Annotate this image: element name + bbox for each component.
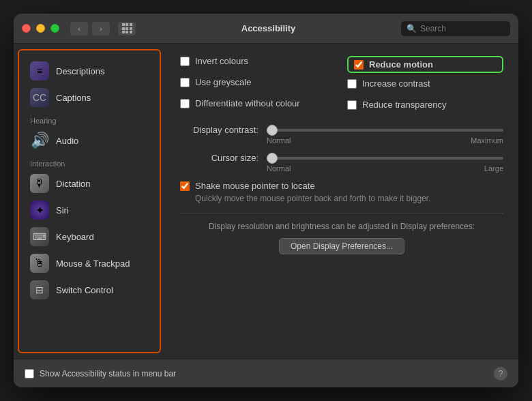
invert-colours-label[interactable]: Invert colours: [195, 56, 248, 66]
use-greyscale-checkbox[interactable]: [180, 78, 190, 87]
switch-control-icon: ⊟: [30, 280, 49, 299]
shake-mouse-checkbox[interactable]: [180, 181, 190, 191]
main-panel: Invert colours Use greyscale Differentia…: [165, 44, 518, 359]
sidebar-item-audio[interactable]: 🔊 Audio: [22, 128, 157, 153]
increase-contrast-row: Increase contrast: [347, 78, 503, 89]
cursor-size-ends: Normal Large: [180, 164, 503, 173]
open-display-prefs-button[interactable]: Open Display Preferences...: [279, 238, 404, 254]
cursor-size-row: Cursor size:: [180, 153, 503, 163]
differentiate-label[interactable]: Differentiate without colour: [195, 98, 300, 108]
grid-icon: [122, 23, 132, 33]
invert-colours-checkbox[interactable]: [180, 57, 190, 66]
sidebar: ≡ Descriptions CC Captions Hearing 🔊 Aud…: [18, 49, 161, 353]
cursor-size-section: Cursor size: Normal Large: [180, 153, 503, 173]
cursor-size-slider[interactable]: [267, 157, 503, 160]
show-accessibility-status-checkbox[interactable]: [25, 369, 34, 378]
descriptions-icon: ≡: [30, 61, 49, 80]
sidebar-item-dictation[interactable]: 🎙 Dictation: [22, 170, 157, 196]
reduce-motion-label[interactable]: Reduce motion: [369, 59, 433, 70]
reduce-transparency-row: Reduce transparency: [347, 100, 503, 110]
show-status-row: Show Accessibility status in menu bar: [25, 369, 176, 378]
display-contrast-ends: Normal Maximum: [180, 136, 503, 145]
shake-mouse-row: Shake mouse pointer to locate: [180, 181, 503, 191]
reduce-motion-checkbox[interactable]: [354, 60, 364, 70]
checkbox-grid: Invert colours Use greyscale Differentia…: [180, 56, 503, 115]
content-area: ≡ Descriptions CC Captions Hearing 🔊 Aud…: [14, 44, 518, 359]
minimize-button[interactable]: [36, 24, 45, 33]
mouse-icon: 🖱: [30, 254, 49, 273]
maximize-button[interactable]: [50, 24, 59, 33]
siri-icon: ✦: [30, 200, 49, 220]
display-info-text: Display resolution and brightness can be…: [180, 222, 503, 231]
reduce-motion-wrapper: Reduce motion: [347, 56, 503, 73]
greyscale-row: Use greyscale: [180, 77, 336, 87]
divider: [180, 213, 503, 213]
sidebar-item-mouse[interactable]: 🖱 Mouse & Trackpad: [22, 250, 157, 276]
forward-button[interactable]: ›: [92, 22, 110, 35]
right-checkboxes: Reduce motion Increase contrast Reduce t…: [347, 56, 503, 115]
search-bar[interactable]: 🔍: [401, 21, 510, 36]
sidebar-label-mouse: Mouse & Trackpad: [56, 258, 130, 269]
shake-mouse-sublabel: Quickly move the mouse pointer back and …: [180, 194, 503, 203]
sidebar-item-captions[interactable]: CC Captions: [22, 85, 157, 110]
cursor-size-min: Normal: [267, 164, 291, 173]
display-contrast-min: Normal: [267, 136, 291, 145]
sidebar-label-audio: Audio: [56, 136, 78, 146]
section-interaction: Interaction: [19, 154, 160, 170]
search-input[interactable]: [420, 24, 505, 33]
keyboard-icon: ⌨: [30, 227, 49, 246]
nav-buttons: ‹ ›: [70, 22, 136, 35]
reduce-transparency-label[interactable]: Reduce transparency: [362, 100, 447, 110]
captions-icon: CC: [30, 88, 49, 107]
bottom-bar: Show Accessibility status in menu bar ?: [14, 359, 518, 387]
increase-contrast-checkbox[interactable]: [347, 79, 357, 89]
grid-button[interactable]: [118, 22, 136, 35]
increase-contrast-label[interactable]: Increase contrast: [362, 78, 430, 89]
left-checkboxes: Invert colours Use greyscale Differentia…: [180, 56, 336, 115]
use-greyscale-label[interactable]: Use greyscale: [195, 77, 251, 87]
sidebar-item-switch-control[interactable]: ⊟ Switch Control: [22, 277, 157, 303]
traffic-lights: [22, 24, 59, 33]
display-contrast-section: Display contrast: Normal Maximum: [180, 125, 503, 145]
sidebar-item-keyboard[interactable]: ⌨ Keyboard: [22, 224, 157, 250]
sidebar-label-captions: Captions: [56, 93, 91, 103]
back-button[interactable]: ‹: [70, 22, 88, 35]
close-button[interactable]: [22, 24, 31, 33]
sidebar-label-descriptions: Descriptions: [56, 66, 105, 76]
main-window: ‹ › Accessibility 🔍 ≡ Description: [14, 14, 518, 387]
display-contrast-row: Display contrast:: [180, 125, 503, 135]
section-hearing: Hearing: [19, 111, 160, 127]
sidebar-item-siri[interactable]: ✦ Siri: [22, 197, 157, 223]
cursor-size-max: Large: [484, 164, 503, 173]
reduce-transparency-checkbox[interactable]: [347, 100, 357, 110]
help-button[interactable]: ?: [494, 367, 507, 381]
dictation-icon: 🎙: [30, 174, 49, 193]
titlebar: ‹ › Accessibility 🔍: [14, 14, 518, 44]
sidebar-label-keyboard: Keyboard: [56, 232, 94, 242]
cursor-size-label: Cursor size:: [180, 153, 258, 163]
display-contrast-label: Display contrast:: [180, 125, 258, 135]
display-contrast-max: Maximum: [471, 136, 503, 145]
search-icon: 🔍: [407, 24, 417, 33]
display-contrast-slider[interactable]: [267, 129, 503, 132]
sidebar-label-siri: Siri: [56, 205, 69, 216]
sidebar-label-dictation: Dictation: [56, 179, 91, 189]
shake-mouse-label[interactable]: Shake mouse pointer to locate: [195, 181, 315, 191]
invert-colours-row: Invert colours: [180, 56, 336, 66]
sidebar-item-descriptions[interactable]: ≡ Descriptions: [22, 58, 157, 84]
sidebar-label-switch-control: Switch Control: [56, 285, 113, 295]
show-accessibility-status-label[interactable]: Show Accessibility status in menu bar: [40, 369, 176, 378]
differentiate-checkbox[interactable]: [180, 99, 190, 108]
window-title: Accessibility: [136, 23, 401, 33]
differentiate-row: Differentiate without colour: [180, 98, 336, 108]
audio-icon: 🔊: [30, 131, 49, 150]
